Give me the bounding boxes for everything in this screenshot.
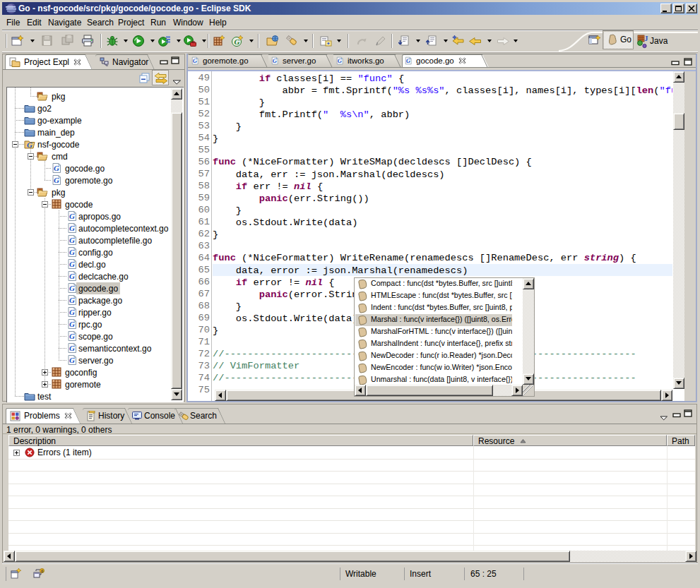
svg-text:J: J [644, 35, 648, 42]
svg-text:G: G [235, 37, 240, 46]
